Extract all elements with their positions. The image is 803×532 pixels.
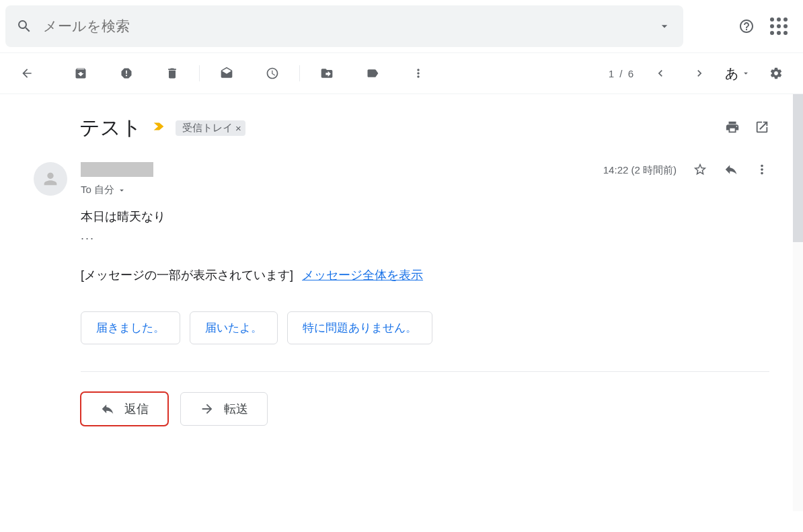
search-input[interactable] — [38, 18, 651, 34]
search-icon[interactable] — [11, 13, 38, 40]
header-search-row — [0, 0, 803, 52]
apps-grid-icon[interactable] — [765, 13, 792, 40]
input-tools-label: あ — [725, 65, 738, 83]
archive-icon[interactable] — [67, 60, 94, 87]
reply-button[interactable]: 返信 — [81, 392, 168, 426]
body-area: 本日は晴天なり ... [メッセージの一部が表示されています] メッセージ全体を… — [81, 208, 783, 426]
message-more-icon[interactable] — [755, 162, 769, 179]
to-label: To 自分 — [81, 184, 114, 196]
body-truncation-dots: ... — [81, 229, 783, 243]
older-icon[interactable] — [686, 60, 713, 87]
label-chip-inbox[interactable]: 受信トレイ × — [176, 120, 245, 136]
partial-message-row: [メッセージの一部が表示されています] メッセージ全体を表示 — [81, 267, 783, 283]
toolbar: 1 / 6 あ — [0, 52, 803, 94]
spam-icon[interactable] — [113, 60, 140, 87]
forward-arrow-icon — [200, 402, 215, 416]
body-line-1: 本日は晴天なり — [81, 208, 783, 225]
mark-unread-icon[interactable] — [213, 60, 240, 87]
sender-info: To 自分 — [81, 162, 590, 196]
subject-actions — [725, 120, 783, 137]
help-icon[interactable] — [733, 13, 760, 40]
toolbar-group-1 — [67, 60, 186, 87]
chevron-down-icon — [117, 186, 126, 195]
settings-icon[interactable] — [763, 60, 790, 87]
search-box[interactable] — [5, 5, 683, 47]
subject-text: テスト — [79, 114, 142, 142]
partial-message-label: [メッセージの一部が表示されています] — [81, 268, 293, 282]
subject-row: テスト 受信トレイ × — [79, 114, 783, 142]
input-tools-button[interactable]: あ — [725, 65, 751, 83]
forward-button[interactable]: 転送 — [180, 392, 268, 426]
newer-icon[interactable] — [647, 60, 674, 87]
forward-button-label: 転送 — [224, 401, 248, 417]
toolbar-group-2 — [213, 60, 286, 87]
back-icon[interactable] — [13, 60, 40, 87]
print-icon[interactable] — [725, 120, 740, 137]
smart-reply-3[interactable]: 特に問題ありません。 — [287, 311, 432, 344]
show-full-message-link[interactable]: メッセージ全体を表示 — [302, 268, 423, 282]
move-to-icon[interactable] — [313, 60, 340, 87]
more-icon[interactable] — [405, 60, 432, 87]
message-time: 14:22 (2 時間前) — [603, 164, 677, 177]
label-chip-text: 受信トレイ — [182, 122, 233, 135]
search-options-dropdown-icon[interactable] — [651, 13, 678, 40]
important-marker-icon[interactable] — [151, 119, 166, 137]
labels-icon[interactable] — [359, 60, 386, 87]
delete-icon[interactable] — [159, 60, 186, 87]
star-icon[interactable] — [693, 162, 708, 179]
toolbar-group-3 — [313, 60, 432, 87]
divider — [81, 371, 769, 372]
smart-reply-2[interactable]: 届いたよ。 — [190, 311, 278, 344]
action-buttons: 返信 転送 — [81, 392, 783, 426]
scrollbar[interactable] — [793, 94, 803, 511]
sender-meta: 14:22 (2 時間前) — [603, 162, 783, 179]
snooze-icon[interactable] — [259, 60, 286, 87]
open-new-window-icon[interactable] — [755, 120, 769, 137]
message-content: テスト 受信トレイ × To 自分 14:22 (2 時間前) — [0, 94, 803, 511]
smart-reply-1[interactable]: 届きました。 — [81, 311, 180, 344]
header-right — [720, 13, 792, 40]
label-chip-remove-icon[interactable]: × — [235, 122, 241, 134]
page-count: 1 / 6 — [609, 68, 635, 79]
reply-button-label: 返信 — [124, 401, 149, 417]
smart-replies: 届きました。 届いたよ。 特に問題ありません。 — [81, 311, 783, 344]
reply-icon[interactable] — [724, 162, 738, 179]
to-line[interactable]: To 自分 — [81, 184, 590, 196]
avatar — [34, 162, 67, 196]
toolbar-right: 1 / 6 あ — [609, 60, 790, 87]
sender-name-redacted — [81, 162, 153, 177]
reply-arrow-icon — [100, 402, 115, 416]
sender-row: To 自分 14:22 (2 時間前) — [24, 162, 783, 196]
